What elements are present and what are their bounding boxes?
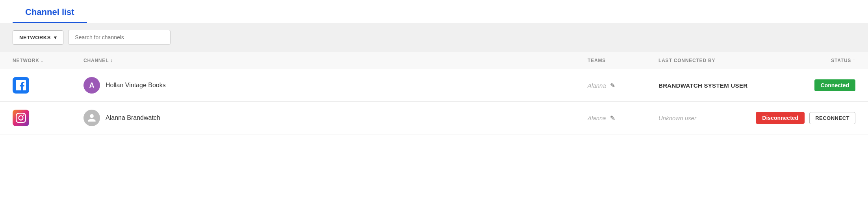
chevron-down-icon: ▾: [54, 35, 57, 40]
col-network-label: NETWORK: [13, 58, 39, 63]
row1-channel-name: Hollan Vintage Books: [106, 82, 166, 89]
search-input[interactable]: [68, 30, 171, 45]
row1-channel-cell: A Hollan Vintage Books: [83, 77, 588, 94]
row2-edit-icon[interactable]: ✎: [610, 114, 615, 122]
col-header-last-connected: LAST CONNECTED BY: [658, 58, 769, 63]
reconnect-button[interactable]: RECONNECT: [809, 112, 855, 124]
col-last-connected-label: LAST CONNECTED BY: [658, 58, 715, 63]
col-header-network[interactable]: NETWORK ↓: [13, 58, 83, 63]
row1-edit-icon[interactable]: ✎: [610, 82, 615, 89]
row2-status-badge: Disconnected: [756, 112, 805, 124]
row2-status-cell: Disconnected RECONNECT: [769, 112, 855, 124]
instagram-icon: [13, 110, 29, 126]
row1-status-badge: Connected: [814, 79, 855, 91]
row2-team-name: Alanna: [588, 115, 606, 121]
page-wrapper: Channel list NETWORKS ▾ NETWORK ↓ CHANNE…: [0, 0, 868, 213]
col-teams-label: TEAMS: [588, 58, 606, 63]
table-row: Alanna Brandwatch Alanna ✎ Unknown user …: [0, 102, 868, 134]
col-status-label: STATUS: [831, 58, 851, 63]
networks-button-label: NETWORKS: [19, 35, 51, 40]
col-header-channel[interactable]: CHANNEL ↓: [83, 58, 588, 63]
networks-button[interactable]: NETWORKS ▾: [13, 30, 63, 45]
toolbar: NETWORKS ▾: [0, 23, 868, 52]
row2-teams-cell: Alanna ✎: [588, 114, 658, 122]
page-title: Channel list: [25, 7, 74, 22]
table-row: A Hollan Vintage Books Alanna ✎ BRANDWAT…: [0, 69, 868, 102]
row1-network-cell: [13, 77, 83, 94]
row2-channel-cell: Alanna Brandwatch: [83, 110, 588, 126]
col-header-teams: TEAMS: [588, 58, 658, 63]
row2-last-connected: Unknown user: [658, 115, 769, 121]
col-channel-sort-icon: ↓: [110, 58, 113, 63]
col-channel-label: CHANNEL: [83, 58, 109, 63]
row2-avatar: [83, 110, 100, 126]
row1-status-cell: Connected: [769, 79, 855, 91]
row1-last-connected: BRANDWATCH SYSTEM USER: [658, 82, 769, 89]
page-header: Channel list: [13, 0, 87, 23]
col-network-sort-icon: ↓: [41, 58, 44, 63]
row2-network-cell: [13, 110, 83, 126]
row2-channel-name: Alanna Brandwatch: [106, 114, 160, 121]
facebook-icon: [13, 77, 29, 94]
row1-teams-cell: Alanna ✎: [588, 82, 658, 89]
row1-team-name: Alanna: [588, 82, 606, 89]
col-header-status[interactable]: STATUS ↑: [769, 58, 855, 63]
table-header: NETWORK ↓ CHANNEL ↓ TEAMS LAST CONNECTED…: [0, 52, 868, 69]
row1-avatar: A: [83, 77, 100, 94]
col-status-sort-icon: ↑: [853, 58, 855, 63]
